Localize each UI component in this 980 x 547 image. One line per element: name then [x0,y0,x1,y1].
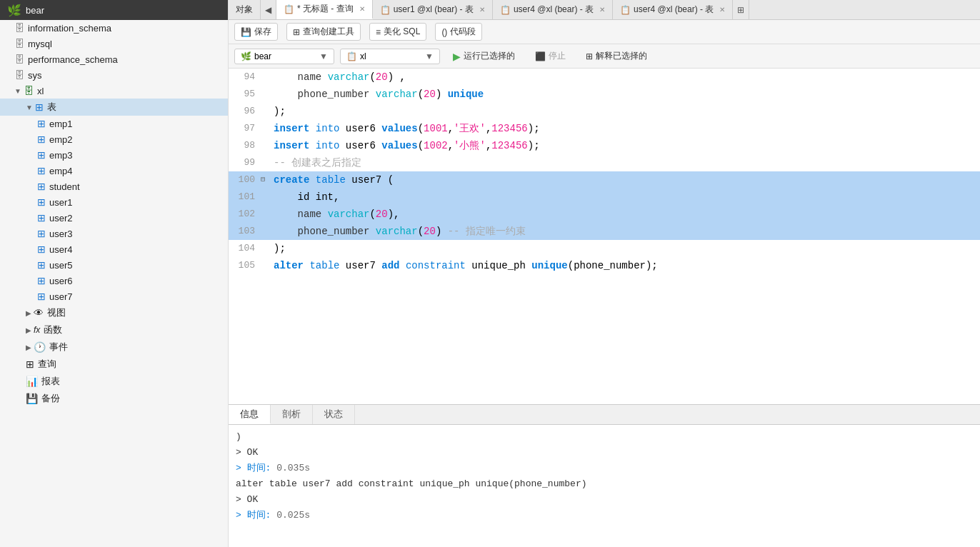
sidebar-item-label: 函数 [44,323,62,336]
sidebar-item-reports[interactable]: 📊 报表 [0,373,228,390]
db-selector[interactable]: 🌿 bear ▼ [234,49,334,64]
database-icon: 🗄 [14,38,24,49]
sidebar-item-emp2[interactable]: ⊞emp2 [0,131,228,147]
schema-selector[interactable]: 📋 xl ▼ [340,49,440,64]
table-icon: ⊞ [37,149,46,161]
tab-user1-label: user1 @xl (bear) - 表 [394,4,474,16]
line-number: 96 [229,103,261,120]
result-tab-bar: 信息剖析状态 [229,405,980,425]
beautify-button[interactable]: ≡ 美化 SQL [369,23,426,41]
tab-user4-label: user4 @xl (bear) - 表 [514,4,594,16]
tab-user1-table[interactable]: 📋 user1 @xl (bear) - 表 ✕ [373,0,493,19]
caret-right-icon: ▶ [26,326,31,334]
beautify-label: 美化 SQL [384,26,420,38]
backups-icon: 💾 [26,393,38,404]
schema-selector-value: xl [360,51,366,61]
line-number: 105 [229,257,261,274]
tab-nav-more[interactable]: ⊞ [733,0,749,19]
sidebar-item-events[interactable]: ▶ 🕐 事件 [0,338,228,356]
tab-nav-prev[interactable]: ◀ [261,0,276,19]
schema-icon: 📋 [346,51,357,61]
sidebar-item-user1[interactable]: ⊞user1 [0,194,228,210]
code-icon: () [441,27,447,37]
sidebar-group-label: 表 [47,101,56,114]
toolbar: 💾 保存 ⊞ 查询创建工具 ≡ 美化 SQL () 代码段 [229,20,980,44]
sidebar-item-functions[interactable]: ▶ fx 函数 [0,321,228,338]
result-tab-剖析[interactable]: 剖析 [271,405,313,424]
explain-button[interactable]: ⊞ 解释已选择的 [579,48,654,64]
tab-query1-close[interactable]: ✕ [359,5,365,13]
views-icon: 👁 [34,307,44,318]
tab-user1-close[interactable]: ✕ [479,6,485,14]
code-content: phone_number varchar(20) -- 指定唯一约束 [271,223,980,240]
table-label: emp3 [49,150,73,161]
sidebar-item-queries[interactable]: ⊞ 查询 [0,356,228,373]
code-line-97: 97 insert into user6 values(1001,'王欢',12… [229,120,980,137]
line-expand: ⊟ [261,171,271,189]
result-line: ) [236,429,973,445]
tab-user4-table2[interactable]: 📋 user4 @xl (bear) - 表 ✕ [613,0,733,19]
sidebar-item-label: xl [37,86,44,96]
run-button[interactable]: ▶ 运行已选择的 [446,48,522,64]
sidebar-item-backups[interactable]: 💾 备份 [0,390,228,407]
sidebar-item-student[interactable]: ⊞student [0,179,228,194]
table-icon: ⊞ [37,228,46,239]
table-icon: ⊞ [37,212,46,224]
tab-user4-2-close[interactable]: ✕ [719,6,725,14]
table-label: emp1 [49,119,73,129]
sidebar-item-emp1[interactable]: ⊞emp1 [0,116,228,131]
code-segment-button[interactable]: () 代码段 [435,23,482,41]
sidebar-item-user2[interactable]: ⊞user2 [0,210,228,226]
explain-icon: ⊞ [586,51,593,61]
db-leaf-icon: 🌿 [241,51,251,61]
sidebar-item-user5[interactable]: ⊞user5 [0,257,228,273]
code-content: insert into user6 values(1002,'小熊',12345… [271,137,980,154]
sidebar-item-label: performance_schema [28,54,118,65]
table-icon: ⊞ [37,259,46,271]
table-label: user7 [49,291,73,302]
table-icon: ⊞ [37,196,46,208]
sidebar-group-tables[interactable]: ▼ ⊞ 表 [0,99,228,116]
sidebar-item-views[interactable]: ▶ 👁 视图 [0,304,228,321]
code-editor[interactable]: 94 name varchar(20) , 95 phone_number va… [229,69,980,404]
save-button[interactable]: 💾 保存 [234,23,278,41]
sidebar-item-emp4[interactable]: ⊞emp4 [0,163,228,179]
reports-icon: 📊 [26,376,38,387]
sidebar-item-label: information_schema [28,23,111,34]
result-line: > OK [236,492,973,508]
sidebar-item-information_schema[interactable]: 🗄 information_schema [0,20,228,36]
line-number: 104 [229,240,261,257]
sidebar-item-emp3[interactable]: ⊞emp3 [0,147,228,163]
code-line-96: 96 ); [229,103,980,120]
tab-user4-close[interactable]: ✕ [599,6,605,14]
code-content: insert into user6 values(1001,'王欢',12345… [271,120,980,137]
line-number: 101 [229,189,261,206]
sidebar-item-user6[interactable]: ⊞user6 [0,273,228,288]
tab-user1-icon: 📋 [380,5,391,15]
sidebar-item-user3[interactable]: ⊞user3 [0,226,228,241]
sidebar-item-xl[interactable]: ▼ 🗄 xl [0,83,228,99]
table-label: user3 [49,229,73,239]
result-line: > 时间: 0.025s [236,508,973,523]
line-number: 97 [229,120,261,137]
sidebar-item-user7[interactable]: ⊞user7 [0,288,228,304]
tab-query1[interactable]: 📋 * 无标题 - 查询 ✕ [276,0,373,19]
result-tab-状态[interactable]: 状态 [313,405,355,424]
sidebar-item-mysql[interactable]: 🗄 mysql [0,36,228,51]
sidebar-item-performance_schema[interactable]: 🗄 performance_schema [0,51,228,67]
play-icon: ▶ [453,51,461,62]
tab-objects[interactable]: 对象 [229,0,261,19]
build-query-button[interactable]: ⊞ 查询创建工具 [286,23,361,41]
table-group-icon: ⊞ [35,101,44,113]
code-label: 代码段 [450,26,476,38]
sidebar-item-user4[interactable]: ⊞user4 [0,241,228,257]
tab-user4-table[interactable]: 📋 user4 @xl (bear) - 表 ✕ [493,0,613,19]
code-content: ); [271,103,980,120]
table-list: ⊞emp1⊞emp2⊞emp3⊞emp4⊞student⊞user1⊞user2… [0,116,228,304]
code-content: -- 创建表之后指定 [271,154,980,171]
stop-button[interactable]: ⬛ 停止 [528,48,573,64]
sidebar-item-label: sys [28,70,42,81]
result-tab-信息[interactable]: 信息 [229,405,271,424]
sidebar-item-sys[interactable]: 🗄 sys [0,67,228,83]
explain-label: 解释已选择的 [596,50,647,62]
